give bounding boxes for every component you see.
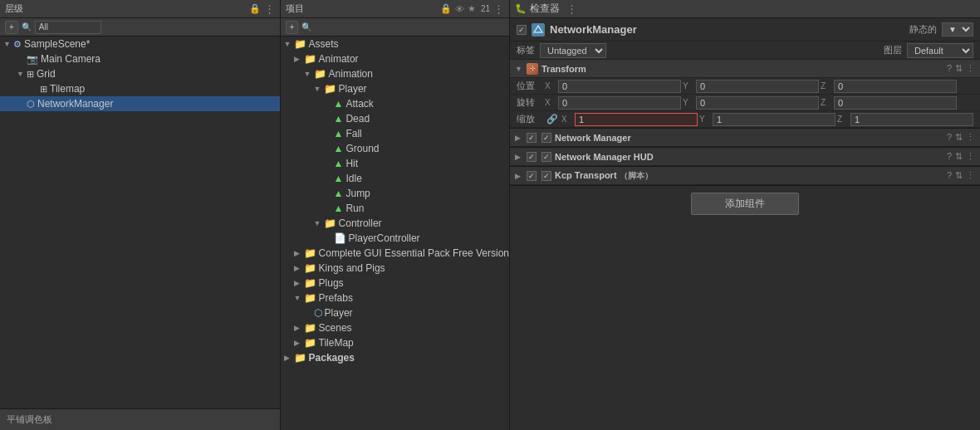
pos-x-input[interactable] <box>558 80 681 93</box>
nmhud-enabled-checkbox2[interactable] <box>541 152 551 162</box>
kcp-settings-icon[interactable]: ⇅ <box>955 170 963 181</box>
project-item-animation[interactable]: ▼ 📁 Animation <box>281 66 509 81</box>
scene-icon: ⚙ <box>13 39 22 50</box>
nm-enabled-checkbox[interactable] <box>527 133 537 143</box>
nmhud-menu-icon[interactable]: ⋮ <box>966 151 975 162</box>
nmhud-help-icon[interactable]: ? <box>947 151 952 162</box>
hierarchy-lock-icon[interactable]: 🔒 <box>249 3 261 14</box>
project-star-icon[interactable]: ★ <box>468 3 476 14</box>
project-item-run[interactable]: ▲ Run <box>281 201 509 216</box>
kcp-transport-header[interactable]: ▶ Kcp Transport （脚本） ? ⇅ ⋮ <box>510 167 980 185</box>
project-item-packages[interactable]: ▶ 📁 Packages <box>281 350 509 365</box>
project-item-hit[interactable]: ▲ Hit <box>281 156 509 171</box>
transform-settings-icon[interactable]: ⇅ <box>955 63 963 74</box>
project-eye-icon[interactable]: 👁 <box>455 4 464 14</box>
fall-label: Fall <box>345 128 361 139</box>
nmhud-settings-icon[interactable]: ⇅ <box>955 151 963 162</box>
project-item-player-prefab[interactable]: ⬡ Player <box>281 305 509 320</box>
project-item-ground[interactable]: ▲ Ground <box>281 141 509 156</box>
kcp-name: Kcp Transport （脚本） <box>555 170 943 182</box>
hierarchy-panel: 层级 🔒 ⋮ + 🔍 ▼ ⚙ SampleScene* 📷 Main Camer… <box>0 0 281 430</box>
transform-rotation-row: 旋转 X Y Z <box>510 95 980 111</box>
nmhud-enabled-checkbox[interactable] <box>527 152 537 162</box>
playercontroller-icon: 📄 <box>334 232 346 244</box>
project-item-fall[interactable]: ▲ Fall <box>281 126 509 141</box>
transform-actions: ? ⇅ ⋮ <box>947 63 975 74</box>
nmhud-arrow: ▶ <box>515 153 523 161</box>
layer-dropdown[interactable]: Default <box>907 43 973 58</box>
layer-label: 图层 <box>884 44 902 56</box>
transform-menu-icon[interactable]: ⋮ <box>966 63 975 74</box>
hierarchy-add-button[interactable]: + <box>5 21 18 34</box>
project-item-dead[interactable]: ▲ Dead <box>281 111 509 126</box>
network-manager-hud-header[interactable]: ▶ Network Manager HUD ? ⇅ ⋮ <box>510 148 980 166</box>
nm-menu-icon[interactable]: ⋮ <box>966 132 975 143</box>
scale-z-input[interactable] <box>850 113 973 126</box>
networkmanager-label: NetworkManager <box>37 98 113 110</box>
project-toolbar: + 🔍 <box>281 18 509 37</box>
scenes-icon: 📁 <box>304 322 316 334</box>
project-item-assets[interactable]: ▼ 📁 Assets <box>281 37 509 51</box>
project-item-idle[interactable]: ▲ Idle <box>281 171 509 186</box>
project-header: 项目 🔒 👁 ★ 21 ⋮ <box>281 0 509 18</box>
hierarchy-item-maincamera[interactable]: 📷 Main Camera <box>0 51 280 66</box>
network-manager-header[interactable]: ▶ Network Manager ? ⇅ ⋮ <box>510 129 980 147</box>
project-item-animator[interactable]: ▶ 📁 Animator <box>281 51 509 66</box>
object-3d-icon <box>532 23 545 37</box>
project-item-controller[interactable]: ▼ 📁 Controller <box>281 216 509 231</box>
project-item-scenes[interactable]: ▶ 📁 Scenes <box>281 320 509 335</box>
project-item-plugs[interactable]: ▶ 📁 Plugs <box>281 276 509 291</box>
hierarchy-title: 层级 <box>5 2 23 15</box>
kcp-menu-icon[interactable]: ⋮ <box>966 170 975 181</box>
transform-header[interactable]: ▼ ⊹ Transform ? ⇅ ⋮ <box>510 60 980 78</box>
prefabs-icon: 📁 <box>304 292 316 304</box>
run-label: Run <box>345 203 364 214</box>
kcp-enabled-checkbox[interactable] <box>527 171 537 181</box>
hierarchy-item-grid[interactable]: ▼ ⊞ Grid <box>0 66 280 81</box>
hierarchy-content: ▼ ⚙ SampleScene* 📷 Main Camera ▼ ⊞ Grid … <box>0 37 280 408</box>
rot-y-input[interactable] <box>696 96 819 110</box>
dead-label: Dead <box>345 113 370 125</box>
hierarchy-item-networkmanager[interactable]: ⬡ NetworkManager <box>0 96 280 111</box>
nm-arrow: ▶ <box>515 134 523 142</box>
inspector-menu-icon[interactable]: ⋮ <box>566 2 577 15</box>
project-item-kingsandpigs[interactable]: ▶ 📁 Kings and Pigs <box>281 261 509 276</box>
project-item-completegui[interactable]: ▶ 📁 Complete GUI Essential Pack Free Ver… <box>281 246 509 261</box>
kcp-enabled-checkbox2[interactable] <box>541 171 551 181</box>
prefabs-label: Prefabs <box>319 292 353 304</box>
tag-dropdown[interactable]: Untagged <box>540 43 606 58</box>
plugs-icon: 📁 <box>304 277 316 289</box>
project-lock-icon[interactable]: 🔒 <box>440 3 452 14</box>
pos-y-input[interactable] <box>696 80 819 93</box>
rot-z-input[interactable] <box>834 96 957 110</box>
attack-icon: ▲ <box>334 98 344 110</box>
hierarchy-item-samplescene[interactable]: ▼ ⚙ SampleScene* <box>0 37 280 51</box>
pos-z-input[interactable] <box>834 80 957 93</box>
scale-y-input[interactable] <box>713 113 835 126</box>
object-enabled-checkbox[interactable] <box>517 25 527 35</box>
hierarchy-menu-icon[interactable]: ⋮ <box>264 2 275 15</box>
project-item-jump[interactable]: ▲ Jump <box>281 186 509 201</box>
hierarchy-search-input[interactable] <box>35 21 101 34</box>
rotation-label: 旋转 <box>517 96 541 109</box>
nm-enabled-checkbox2[interactable] <box>541 133 551 143</box>
project-item-prefabs[interactable]: ▼ 📁 Prefabs <box>281 291 509 305</box>
nm-settings-icon[interactable]: ⇅ <box>955 132 963 143</box>
static-dropdown[interactable]: ▼ <box>942 22 973 37</box>
transform-help-icon[interactable]: ? <box>947 63 952 74</box>
inspector-object-row: NetworkManager 静态的 ▼ <box>510 18 980 42</box>
kcp-help-icon[interactable]: ? <box>947 170 952 181</box>
project-search-icon: 🔍 <box>301 22 311 32</box>
rot-x-input[interactable] <box>558 96 681 110</box>
scale-x-input[interactable] <box>575 113 698 126</box>
project-item-attack[interactable]: ▲ Attack <box>281 96 509 111</box>
scale-link-icon[interactable]: 🔗 <box>546 114 558 125</box>
project-menu-icon[interactable]: ⋮ <box>493 2 504 15</box>
nm-help-icon[interactable]: ? <box>947 132 952 143</box>
project-item-playercontroller[interactable]: 📄 PlayerController <box>281 231 509 246</box>
add-component-button[interactable]: 添加组件 <box>691 193 799 215</box>
hierarchy-item-tilemap[interactable]: ⊞ Tilemap <box>0 81 280 96</box>
project-item-tilemap-folder[interactable]: ▶ 📁 TileMap <box>281 335 509 350</box>
project-item-player-anim[interactable]: ▼ 📁 Player <box>281 81 509 96</box>
project-add-button[interactable]: + <box>286 21 299 34</box>
